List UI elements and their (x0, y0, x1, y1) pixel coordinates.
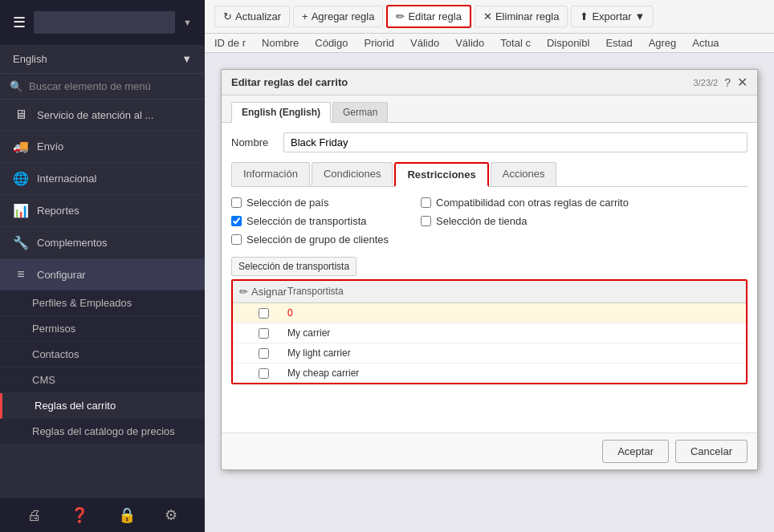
language-label: English (13, 53, 47, 65)
refresh-icon: ↻ (223, 10, 232, 22)
editar-regla-button[interactable]: ✏ Editar regla (386, 5, 471, 28)
tab-restricciones[interactable]: Restricciones (394, 162, 488, 187)
checkbox-transportista-label: Selección de transportista (246, 215, 367, 227)
sidebar-item-customer-service[interactable]: 🖥 Servicio de atención al ... (0, 99, 205, 131)
carrier-checkbox-1[interactable] (259, 328, 269, 339)
carrier-checkbox-0[interactable] (259, 308, 269, 319)
pencil-icon: ✏ (239, 286, 248, 298)
sidebar-footer: 🖨 ❓ 🔒 ⚙ (0, 498, 205, 532)
language-arrow: ▼ (181, 53, 192, 65)
carrier-check-0 (239, 308, 287, 319)
sidebar-item-label: Complementos (37, 237, 192, 249)
sidebar-subitem-perfiles[interactable]: Perfiles & Empleados (0, 290, 205, 316)
checkbox-col-left: Selección de país Selección de transport… (231, 197, 389, 246)
cancelar-button[interactable]: Cancelar (675, 440, 748, 463)
checkbox-tienda-label: Selección de tienda (436, 215, 527, 227)
checkbox-tienda-input[interactable] (421, 216, 431, 226)
sidebar-item-internacional[interactable]: 🌐 Internacional (0, 163, 205, 195)
sidebar-menu: 🖥 Servicio de atención al ... 🚚 Envío 🌐 … (0, 99, 205, 498)
nombre-field-row: Nombre (231, 132, 748, 152)
modal-help-icon[interactable]: ? (724, 76, 731, 89)
lock-icon[interactable]: 🔒 (118, 506, 136, 524)
col-nombre: Nombre (262, 37, 299, 49)
checkbox-pais: Selección de país (231, 197, 389, 209)
checkbox-tienda: Selección de tienda (421, 215, 629, 227)
tab-acciones[interactable]: Acciones (491, 162, 557, 186)
carrier-section-title: Selección de transportista (231, 257, 356, 276)
checkbox-compatibilidad-input[interactable] (421, 197, 431, 208)
carrier-checkbox-2[interactable] (259, 348, 269, 359)
agregar-regla-button[interactable]: + Agregar regla (293, 6, 383, 27)
sidebar-subitem-reglas-carrito[interactable]: Reglas del carrito (0, 393, 205, 419)
envio-icon: 🚚 (13, 139, 29, 154)
carrier-row-3: My cheap carrier (233, 363, 746, 383)
print-icon[interactable]: 🖨 (27, 507, 42, 524)
settings-icon[interactable]: ⚙ (165, 506, 177, 524)
nombre-input[interactable] (283, 132, 748, 152)
eliminar-regla-button[interactable]: ✕ Eliminar regla (475, 6, 568, 27)
modal-close-button[interactable]: ✕ (737, 75, 748, 90)
sidebar-subitem-permisos[interactable]: Permisos (0, 316, 205, 342)
checkbox-compatibilidad: Compatibilidad con otras reglas de carri… (421, 197, 629, 209)
lang-tab-german[interactable]: German (332, 102, 388, 122)
aceptar-button[interactable]: Aceptar (602, 440, 669, 463)
add-icon: + (302, 10, 308, 22)
checkbox-pais-input[interactable] (231, 197, 242, 208)
main-content: ↻ Actualizar + Agregar regla ✏ Editar re… (205, 0, 774, 532)
sidebar-subitem-cms[interactable]: CMS (0, 368, 205, 393)
customer-service-icon: 🖥 (13, 108, 29, 122)
modal-title-bar: Editar reglas del carrito 3/23/2 ? ✕ (222, 70, 757, 95)
sidebar-subitem-reglas-catalogo[interactable]: Reglas del catálogo de precios (0, 419, 205, 445)
edit-icon: ✏ (396, 10, 405, 22)
sidebar-item-envio[interactable]: 🚚 Envío (0, 131, 205, 163)
tab-informacion[interactable]: Información (231, 162, 310, 186)
checkbox-transportista: Selección de transportista (231, 215, 389, 227)
sidebar-submenu: Perfiles & Empleados Permisos Contactos … (0, 290, 205, 445)
carrier-col-name-header: Transportista (287, 286, 739, 298)
modal: Editar reglas del carrito 3/23/2 ? ✕ Eng… (221, 69, 758, 470)
col-agreg: Agreg (649, 37, 677, 49)
export-icon: ⬆ (580, 10, 589, 22)
carrier-name-0: 0 (287, 307, 739, 319)
sidebar-item-label: Servicio de atención al ... (37, 109, 192, 121)
exportar-button[interactable]: ⬆ Exportar ▼ (571, 6, 654, 27)
sidebar-item-label: Reportes (37, 205, 192, 217)
tab-condiciones[interactable]: Condiciones (312, 162, 393, 186)
lang-tab-english[interactable]: English (English) (231, 102, 331, 123)
carrier-col-assign-header: ✏ Asignar (239, 286, 287, 298)
carrier-section: Selección de transportista ✏ Asignar Tra… (231, 257, 748, 384)
table-header: ID de r Nombre Código Priorid Válido Vál… (205, 34, 774, 53)
reportes-icon: 📊 (13, 203, 29, 218)
col-estad: Estad (605, 37, 632, 49)
carrier-name-1: My carrier (287, 327, 739, 339)
modal-title-actions: 3/23/2 ? ✕ (694, 75, 748, 90)
carrier-checkbox-3[interactable] (259, 368, 269, 379)
sidebar-header: ☰ ▼ (0, 0, 205, 45)
sidebar-subitem-contactos[interactable]: Contactos (0, 342, 205, 368)
sidebar-logo (34, 11, 175, 34)
search-input[interactable] (29, 80, 195, 92)
col-codigo: Código (315, 37, 348, 49)
lang-tabs: English (English) German (222, 95, 757, 123)
inner-tabs: Información Condiciones Restricciones Ac… (231, 162, 748, 187)
carrier-check-3 (239, 368, 287, 379)
sidebar-item-complementos[interactable]: 🔧 Complementos (0, 227, 205, 259)
sidebar-item-reportes[interactable]: 📊 Reportes (0, 195, 205, 227)
actualizar-button[interactable]: ↻ Actualizar (214, 6, 290, 27)
sidebar-arrow: ▼ (183, 18, 192, 27)
sidebar-language[interactable]: English ▼ (0, 45, 205, 74)
sidebar-item-configurar[interactable]: ≡ Configurar (0, 259, 205, 290)
sidebar-item-label: Envío (37, 140, 192, 152)
sidebar-item-label: Configurar (37, 269, 192, 281)
checkbox-col-right: Compatibilidad con otras reglas de carri… (421, 197, 629, 246)
hamburger-icon[interactable]: ☰ (13, 14, 26, 31)
checkbox-grupo-input[interactable] (231, 234, 242, 245)
col-disponibl: Disponibl (547, 37, 589, 49)
checkbox-pais-label: Selección de país (246, 197, 329, 209)
checkbox-transportista-input[interactable] (231, 216, 242, 226)
carrier-name-3: My cheap carrier (287, 368, 739, 379)
checkbox-grupo-label: Selección de grupo de clientes (246, 234, 389, 246)
help-icon[interactable]: ❓ (71, 506, 88, 524)
col-valido2: Válido (455, 37, 484, 49)
checkbox-compatibilidad-label: Compatibilidad con otras reglas de carri… (436, 197, 629, 209)
